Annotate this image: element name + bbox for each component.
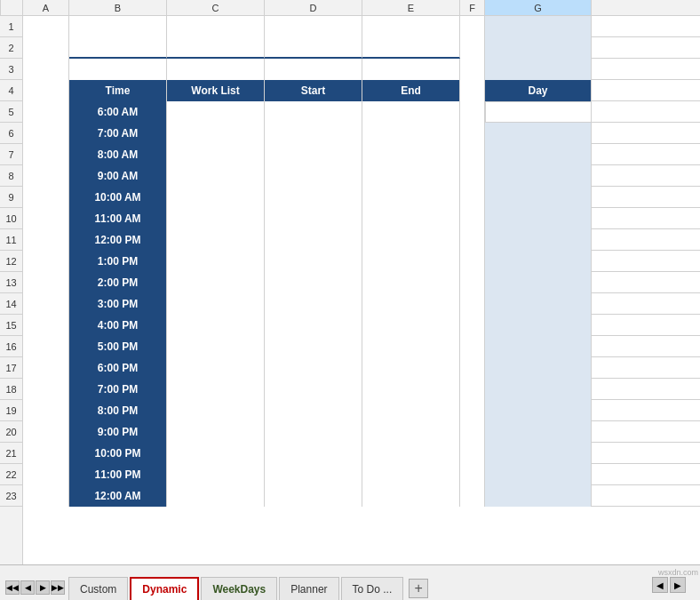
cell-f12[interactable] [460,251,485,272]
cell-time-22[interactable]: 11:00 PM [69,464,167,485]
cell-time-17[interactable]: 6:00 PM [69,357,167,379]
cell-time-23[interactable]: 12:00 AM [69,485,167,507]
cell-c6[interactable] [167,123,265,144]
cell-e13[interactable] [362,272,460,293]
cell-a15[interactable] [23,315,69,336]
cell-g8[interactable] [485,165,592,187]
cell-a7[interactable] [23,144,69,165]
cell-g20[interactable] [485,421,592,443]
cell-d22[interactable] [265,464,362,485]
tab-nav-prev[interactable]: ◀ [20,580,35,595]
cell-a13[interactable] [23,272,69,293]
cell-d13[interactable] [265,272,362,293]
cell-f19[interactable] [460,400,485,421]
cell-d2[interactable] [265,37,362,59]
cell-a12[interactable] [23,251,69,272]
tab-weekdays[interactable]: WeekDays [201,577,277,600]
cell-c22[interactable] [167,464,265,485]
cell-time-15[interactable]: 4:00 PM [69,315,167,336]
cell-b2[interactable] [69,37,167,59]
cell-e19[interactable] [362,400,460,421]
cell-time-18[interactable]: 7:00 PM [69,379,167,400]
cell-f16[interactable] [460,336,485,357]
cell-c9[interactable] [167,187,265,208]
tab-planner[interactable]: Planner [279,577,338,600]
cell-e11[interactable] [362,229,460,251]
cell-g3[interactable] [485,59,592,80]
cell-g22[interactable] [485,464,592,485]
col-header-c[interactable]: C [167,0,265,15]
cell-time-11[interactable]: 12:00 PM [69,229,167,251]
cell-a22[interactable] [23,464,69,485]
cell-a2[interactable] [23,37,69,59]
cell-c15[interactable] [167,315,265,336]
scroll-right-icon[interactable]: ▶ [670,577,686,593]
cell-f9[interactable] [460,187,485,208]
cell-e22[interactable] [362,464,460,485]
cell-f4[interactable] [460,80,485,101]
cell-e5[interactable] [362,101,460,123]
cell-day-header[interactable]: Day [485,80,592,101]
cell-f23[interactable] [460,485,485,507]
cell-c12[interactable] [167,251,265,272]
cell-end-header[interactable]: End [362,80,460,101]
cell-time-5[interactable]: 6:00 AM [69,101,167,123]
cell-c18[interactable] [167,379,265,400]
cell-g13[interactable] [485,272,592,293]
cell-d19[interactable] [265,400,362,421]
cell-start-header[interactable]: Start [265,80,362,101]
cell-time-19[interactable]: 8:00 PM [69,400,167,421]
cell-time-16[interactable]: 5:00 PM [69,336,167,357]
cell-d17[interactable] [265,357,362,379]
cell-a18[interactable] [23,379,69,400]
cell-f18[interactable] [460,379,485,400]
cell-a20[interactable] [23,421,69,443]
cell-d8[interactable] [265,165,362,187]
cell-g5[interactable] [485,101,592,123]
cell-time-13[interactable]: 2:00 PM [69,272,167,293]
cell-d7[interactable] [265,144,362,165]
cell-c5[interactable] [167,101,265,123]
cell-f11[interactable] [460,229,485,251]
cell-d10[interactable] [265,208,362,229]
cell-f10[interactable] [460,208,485,229]
cell-a1[interactable] [23,16,69,37]
cell-a10[interactable] [23,208,69,229]
cell-d20[interactable] [265,421,362,443]
scroll-left-icon[interactable]: ◀ [652,577,668,593]
cell-g17[interactable] [485,357,592,379]
cell-g2[interactable] [485,37,592,59]
tab-nav-last[interactable]: ▶▶ [51,580,65,595]
cell-c8[interactable] [167,165,265,187]
cell-time-21[interactable]: 10:00 PM [69,443,167,464]
cell-e3[interactable] [362,59,460,80]
tab-todo[interactable]: To Do ... [341,577,404,600]
cell-a16[interactable] [23,336,69,357]
cell-e1[interactable] [362,16,460,37]
cell-a5[interactable] [23,101,69,123]
col-header-e[interactable]: E [362,0,460,15]
cell-time-8[interactable]: 9:00 AM [69,165,167,187]
cell-f20[interactable] [460,421,485,443]
cell-f22[interactable] [460,464,485,485]
cell-c21[interactable] [167,443,265,464]
cell-d5[interactable] [265,101,362,123]
cell-e21[interactable] [362,443,460,464]
cell-time-14[interactable]: 3:00 PM [69,293,167,315]
cell-g7[interactable] [485,144,592,165]
cell-worklist-header[interactable]: Work List [167,80,265,101]
cell-d9[interactable] [265,187,362,208]
cell-g18[interactable] [485,379,592,400]
cell-time-header[interactable]: Time [69,80,167,101]
cell-a3[interactable] [23,59,69,80]
cell-a4[interactable] [23,80,69,101]
cell-d3[interactable] [265,59,362,80]
cell-g12[interactable] [485,251,592,272]
col-header-g[interactable]: G [485,0,592,15]
cell-e12[interactable] [362,251,460,272]
cell-d12[interactable] [265,251,362,272]
cell-a9[interactable] [23,187,69,208]
cell-g10[interactable] [485,208,592,229]
cell-e9[interactable] [362,187,460,208]
cell-g14[interactable] [485,293,592,315]
